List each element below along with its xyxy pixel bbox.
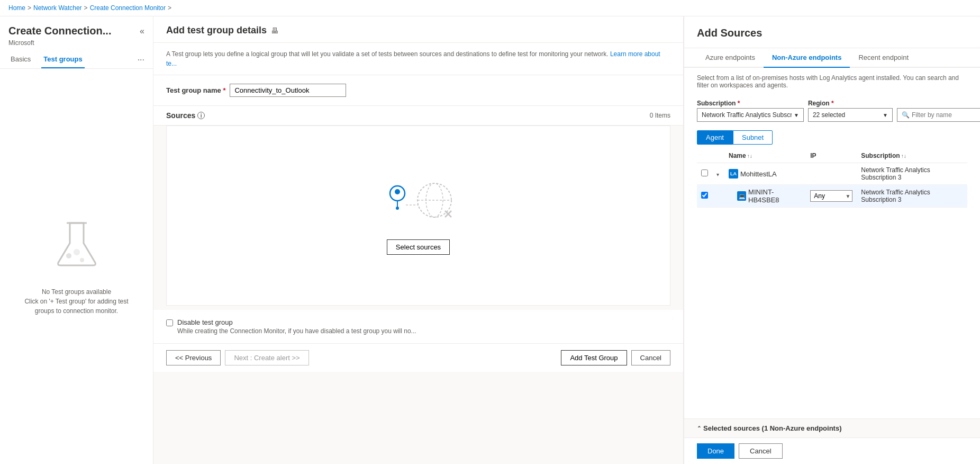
right-panel-action-buttons: Done Cancel [684,438,980,464]
select-sources-button[interactable]: Select sources [387,239,450,255]
flask-icon [53,218,101,281]
right-panel-header: Add Sources [684,16,980,48]
sidebar-tab-test-groups[interactable]: Test groups [41,51,84,68]
sidebar: Create Connection... « Microsoft Basics … [0,16,153,464]
sidebar-empty-text: No Test groups available Click on '+ Tes… [24,287,128,316]
region-filter-group: Region * 22 selected ▼ [808,100,893,122]
workspace-icon: LA [729,169,738,179]
sources-label: Sources i [166,111,205,120]
row1-1-checkbox[interactable] [701,192,708,199]
print-icon[interactable]: 🖶 [271,26,278,35]
center-description: A Test group lets you define a logical g… [153,43,683,75]
right-panel: Add Sources Azure endpoints Non-Azure en… [684,16,980,464]
name-sort-icon: ↑↓ [747,153,752,159]
disable-group-desc: While creating the Connection Monitor, i… [177,327,416,335]
selected-sources-section[interactable]: ⌃ Selected sources (1 Non-Azure endpoint… [697,424,967,432]
cancel-button[interactable]: Cancel [631,350,670,365]
ip-select[interactable]: Any [810,190,852,202]
previous-button[interactable]: << Previous [166,350,221,365]
ip-column-header: IP [806,149,857,163]
row1-subscription-cell: Network Traffic Analytics Subscription 3 [857,163,967,185]
sidebar-tab-basics[interactable]: Basics [8,51,33,68]
test-group-name-input[interactable] [230,84,346,97]
subscription-label: Subscription * [697,100,804,107]
filter-by-name-input[interactable] [912,111,965,119]
disable-test-group-checkbox[interactable] [166,319,173,326]
sources-illustration [376,176,461,231]
subscription-select-box[interactable]: Network Traffic Analytics Subscriptio...… [697,108,804,122]
subscription-value: Network Traffic Analytics Subscriptio... [702,111,792,119]
toggle-subnet-button[interactable]: Subnet [733,130,773,145]
sources-empty-state: Select sources [166,126,670,306]
search-icon: 🔍 [902,111,910,119]
svg-point-2 [80,258,84,262]
sources-info-icon[interactable]: i [197,112,205,119]
center-form: Test group name * [153,75,683,106]
breadcrumb-create-connection-monitor[interactable]: Create Connection Monitor [90,4,166,12]
svg-point-3 [74,249,80,255]
toggle-agent-button[interactable]: Agent [697,130,733,145]
row1-1-name: 💻 MININT-HB4SBE8 [737,188,802,204]
toggle-row: Agent Subnet [684,126,980,149]
subscription-dropdown-arrow: ▼ [794,112,799,118]
disable-group-text-area: Disable test group While creating the Co… [177,318,416,335]
sidebar-tab-more[interactable]: ··· [138,55,144,65]
sidebar-content: No Test groups available Click on '+ Tes… [0,69,153,464]
center-panel-title: Add test group details [166,25,267,36]
right-panel-cancel-button[interactable]: Cancel [739,443,782,459]
right-panel-description: Select from a list of on-premises hosts … [684,68,980,95]
done-button[interactable]: Done [697,443,734,459]
region-label: Region * [808,100,893,107]
row1-ip-cell [806,163,857,185]
expand-header [712,149,724,163]
ip-dropdown: Any ▼ [810,190,852,202]
sidebar-collapse-button[interactable]: « [140,26,144,36]
row1-1-name-cell: 💻 MININT-HB4SBE8 [724,185,806,208]
next-button[interactable]: Next : Create alert >> [225,350,308,365]
selected-sources-chevron: ⌃ [697,425,701,431]
computer-agent-icon: 💻 [737,191,746,201]
add-test-group-button[interactable]: Add Test Group [561,350,627,365]
table-header-row: Name ↑↓ IP Subscription ↑↓ [697,149,967,163]
main-layout: Create Connection... « Microsoft Basics … [0,16,980,464]
app-container: Home > Network Watcher > Create Connecti… [0,0,980,464]
sidebar-title: Create Connection... [8,25,111,37]
sidebar-title-area: Create Connection... [8,25,111,37]
select-all-header [697,149,712,163]
disable-test-group-section: Disable test group While creating the Co… [153,310,683,343]
breadcrumb-sep1: > [28,4,31,12]
region-dropdown-arrow: ▼ [883,112,888,118]
row1-name-cell: LA MohittestLA [724,163,806,185]
filter-by-name-box: 🔍 [897,108,980,122]
sources-count: 0 Items [650,112,670,119]
breadcrumb-network-watcher[interactable]: Network Watcher [33,4,82,12]
endpoints-table-area: Name ↑↓ IP Subscription ↑↓ [684,149,980,418]
name-column-header[interactable]: Name ↑↓ [724,149,806,163]
center-panel: Add test group details 🖶 A Test group le… [153,16,684,464]
filter-row: Subscription * Network Traffic Analytics… [684,95,980,126]
test-group-name-label: Test group name * [166,86,225,94]
endpoints-table: Name ↑↓ IP Subscription ↑↓ [697,149,967,208]
row1-name: LA MohittestLA [729,169,802,179]
row1-1-subscription-cell: Network Traffic Analytics Subscription 3 [857,185,967,208]
row1-1-ip-cell: Any ▼ [806,185,857,208]
sidebar-header: Create Connection... « [0,16,153,39]
breadcrumb-sep2: > [84,4,88,12]
table-row: ▾ LA MohittestLA Network Traffic Analyti… [697,163,967,185]
table-header: Name ↑↓ IP Subscription ↑↓ [697,149,967,163]
region-select-box[interactable]: 22 selected ▼ [808,108,893,122]
tab-recent-endpoint[interactable]: Recent endpoint [850,48,917,68]
tab-azure-endpoints[interactable]: Azure endpoints [697,48,764,68]
center-header: Add test group details 🖶 [153,16,683,43]
subscription-column-header[interactable]: Subscription ↑↓ [857,149,967,163]
row1-checkbox[interactable] [701,169,708,176]
row1-expand-icon[interactable]: ▾ [716,172,719,177]
row1-1-expand-cell [712,185,724,208]
selected-sources-panel: ⌃ Selected sources (1 Non-Azure endpoint… [684,418,980,438]
svg-point-7 [396,207,399,210]
tab-non-azure-endpoints[interactable]: Non-Azure endpoints [764,48,850,68]
breadcrumb-sep3: > [168,4,171,12]
breadcrumb-home[interactable]: Home [8,4,25,12]
table-body: ▾ LA MohittestLA Network Traffic Analyti… [697,163,967,208]
selected-sources-label: Selected sources (1 Non-Azure endpoints) [703,424,842,432]
